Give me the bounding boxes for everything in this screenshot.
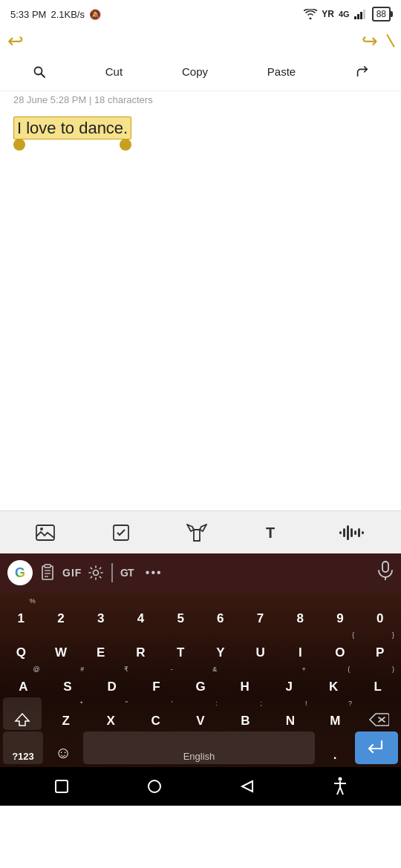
key-g[interactable]: &G	[180, 663, 221, 696]
template-button[interactable]	[186, 524, 207, 542]
text-format-button[interactable]: T	[264, 524, 281, 542]
share-icon	[355, 65, 368, 79]
svg-text:T: T	[128, 567, 134, 579]
circle-icon	[146, 778, 163, 795]
enter-key[interactable]	[355, 731, 398, 764]
media-icon-button[interactable]	[36, 525, 55, 541]
key-x[interactable]: "X	[90, 697, 131, 730]
key-4[interactable]: 4	[123, 595, 159, 628]
context-toolbar: Cut Copy Paste	[0, 53, 401, 91]
clipboard-icon	[39, 564, 56, 582]
gif-button[interactable]: GIF	[62, 567, 82, 579]
keyboard: %1 2 3 4 5 6 7 8 9 0 Q W E R T Y U I {O …	[0, 592, 401, 767]
settings-icon	[88, 565, 104, 581]
svg-line-5	[41, 73, 45, 77]
clipboard-button[interactable]	[39, 564, 56, 582]
key-f[interactable]: -F	[136, 663, 177, 696]
key-0[interactable]: 0	[362, 595, 398, 628]
key-p[interactable]: }P	[362, 629, 398, 662]
key-7[interactable]: 7	[242, 595, 278, 628]
note-content-area[interactable]: I love to dance.	[0, 110, 401, 258]
more-options-button[interactable]: •••	[146, 566, 163, 579]
keyboard-accessory: T	[0, 510, 401, 553]
translate-button[interactable]: G T	[120, 565, 140, 581]
key-8[interactable]: 8	[282, 595, 319, 628]
key-d[interactable]: ₹D	[91, 663, 132, 696]
symbols-key[interactable]: ?123	[3, 731, 43, 764]
bottom-nav-bar	[0, 767, 401, 806]
back-button[interactable]	[239, 778, 255, 795]
recents-button[interactable]	[53, 778, 70, 795]
network-type: 4G	[339, 10, 350, 19]
key-s[interactable]: #S	[48, 663, 88, 696]
google-g-letter: G	[15, 565, 25, 581]
key-y[interactable]: Y	[203, 629, 239, 662]
key-v[interactable]: :V	[180, 697, 221, 730]
mic-button[interactable]	[377, 561, 394, 585]
accessibility-button[interactable]	[332, 777, 348, 796]
key-9[interactable]: 9	[322, 595, 359, 628]
svg-rect-13	[351, 528, 353, 537]
share-button[interactable]	[348, 62, 376, 82]
undo-button[interactable]: ↩	[7, 30, 24, 53]
key-c[interactable]: 'C	[135, 697, 176, 730]
toolbar-separator	[111, 563, 113, 582]
selection-handle-left	[13, 139, 25, 151]
key-e[interactable]: E	[82, 629, 119, 662]
svg-rect-11	[343, 528, 345, 537]
key-w[interactable]: W	[43, 629, 79, 662]
svg-line-36	[337, 787, 340, 795]
key-m[interactable]: ?M	[315, 697, 356, 730]
silent-icon: 🔕	[89, 9, 101, 20]
copy-button[interactable]: Copy	[175, 62, 215, 81]
svg-rect-25	[382, 562, 388, 572]
period-key[interactable]: .	[319, 731, 351, 764]
key-r[interactable]: R	[123, 629, 159, 662]
paste-button[interactable]: Paste	[260, 62, 303, 81]
home-button[interactable]	[146, 778, 163, 795]
space-key[interactable]: English	[83, 731, 315, 764]
carrier-icon: YR	[322, 9, 334, 19]
backspace-key[interactable]	[359, 697, 398, 730]
key-1[interactable]: %1	[3, 595, 39, 628]
key-u[interactable]: U	[242, 629, 278, 662]
note-empty-area	[0, 258, 401, 510]
note-meta: 28 June 5:28 PM | 18 characters	[0, 91, 401, 110]
voice-wave-button[interactable]	[339, 524, 365, 542]
checklist-button[interactable]	[112, 524, 130, 542]
key-q[interactable]: Q	[3, 629, 39, 662]
key-n[interactable]: !N	[270, 697, 310, 730]
key-a[interactable]: @A	[3, 663, 44, 696]
key-t[interactable]: T	[163, 629, 199, 662]
svg-point-7	[40, 527, 43, 530]
google-logo-button[interactable]: G	[7, 560, 33, 585]
settings-button[interactable]	[88, 565, 104, 581]
note-selected-text[interactable]: I love to dance.	[13, 116, 131, 139]
key-o[interactable]: {O	[322, 629, 359, 662]
svg-text:T: T	[266, 525, 275, 541]
status-left: 5:33 PM 2.1KB/s 🔕	[10, 9, 101, 20]
time-display: 5:33 PM	[10, 9, 46, 20]
key-2[interactable]: 2	[43, 595, 79, 628]
shift-key[interactable]	[3, 697, 42, 730]
key-6[interactable]: 6	[203, 595, 239, 628]
more-button[interactable]: /	[381, 31, 401, 51]
cut-button[interactable]: Cut	[98, 62, 130, 81]
svg-rect-16	[362, 531, 364, 534]
key-h[interactable]: H	[224, 663, 265, 696]
emoji-key[interactable]: ☺	[47, 731, 79, 764]
key-b[interactable]: ;B	[225, 697, 266, 730]
key-3[interactable]: 3	[82, 595, 119, 628]
search-button[interactable]	[25, 62, 53, 82]
qwerty-row: Q W E R T Y U I {O }P	[0, 629, 401, 662]
key-i[interactable]: I	[282, 629, 319, 662]
svg-marker-27	[16, 714, 29, 726]
key-j[interactable]: +J	[269, 663, 310, 696]
key-z[interactable]: *Z	[45, 697, 86, 730]
key-l[interactable]: )L	[357, 663, 398, 696]
redo-button[interactable]: ↪	[362, 30, 378, 53]
key-5[interactable]: 5	[163, 595, 199, 628]
battery-indicator: 88	[372, 7, 391, 22]
svg-point-33	[338, 777, 342, 781]
key-k[interactable]: (K	[313, 663, 354, 696]
